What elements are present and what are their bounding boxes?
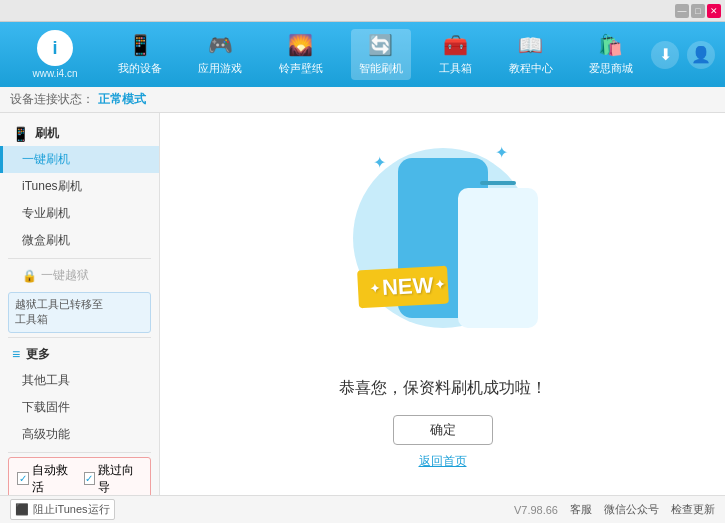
sidebar-divider-2	[8, 337, 151, 338]
phone-illustration: ✦ ✦ ✦ ✦ NEW ✦	[343, 138, 543, 358]
download-button[interactable]: ⬇	[651, 41, 679, 69]
nav-tutorials-label: 教程中心	[509, 61, 553, 76]
new-text: NEW	[381, 272, 434, 301]
title-bar: — □ ✕	[0, 0, 725, 22]
nav-smart-flash[interactable]: 🔄 智能刷机	[351, 29, 411, 80]
window-controls: — □ ✕	[675, 4, 721, 18]
sidebar-other-tools[interactable]: 其他工具	[0, 367, 159, 394]
sparkle-icon-1: ✦	[373, 153, 386, 172]
skip-wizard-label: 跳过向导	[98, 462, 142, 495]
sidebar-divider-1	[8, 258, 151, 259]
auto-rescue-checkbox[interactable]: ✓ 自动救活	[17, 462, 76, 495]
more-section-label: 更多	[26, 346, 50, 363]
logo: i www.i4.cn	[10, 30, 100, 79]
apps-icon: 🎮	[208, 33, 233, 57]
nav-mall-label: 爱思商城	[589, 61, 633, 76]
sidebar-itunes-flash[interactable]: iTunes刷机	[0, 173, 159, 200]
confirm-button[interactable]: 确定	[393, 415, 493, 445]
status-bar: 设备连接状态： 正常模式	[0, 87, 725, 113]
logo-text: www.i4.cn	[32, 68, 77, 79]
new-star-left: ✦	[369, 281, 380, 296]
sidebar-advanced[interactable]: 高级功能	[0, 421, 159, 448]
new-badge: ✦ NEW ✦	[358, 268, 448, 318]
mall-icon: 🛍️	[598, 33, 623, 57]
sidebar-one-click-flash[interactable]: 一键刷机	[0, 146, 159, 173]
nav-bar: i www.i4.cn 📱 我的设备 🎮 应用游戏 🌄 铃声壁纸 🔄 智能刷机 …	[0, 22, 725, 87]
logo-circle: i	[37, 30, 73, 66]
nav-toolbox-label: 工具箱	[439, 61, 472, 76]
auto-rescue-label: 自动救活	[32, 462, 76, 495]
jailbreak-info-box: 越狱工具已转移至工具箱	[8, 292, 151, 333]
nav-smart-flash-label: 智能刷机	[359, 61, 403, 76]
sidebar-dual-flash[interactable]: 微盒刷机	[0, 227, 159, 254]
nav-my-device[interactable]: 📱 我的设备	[110, 29, 170, 80]
bottom-left: ⬛ 阻止iTunes运行	[10, 499, 514, 520]
check-update-link[interactable]: 检查更新	[671, 502, 715, 517]
content-area: ✦ ✦ ✦ ✦ NEW ✦ 恭喜您，保资料刷机成功啦！ 确定 返回首页	[160, 113, 725, 495]
jailbreak-label: 一键越狱	[41, 267, 89, 284]
success-message: 恭喜您，保资料刷机成功啦！	[339, 378, 547, 399]
phone-screen	[458, 188, 538, 328]
new-star-right: ✦	[434, 278, 445, 293]
account-button[interactable]: 👤	[687, 41, 715, 69]
logo-symbol: i	[52, 38, 57, 59]
nav-my-device-label: 我的设备	[118, 61, 162, 76]
close-button[interactable]: ✕	[707, 4, 721, 18]
skip-wizard-check-icon: ✓	[84, 472, 96, 485]
nav-wallpaper-label: 铃声壁纸	[279, 61, 323, 76]
flash-section-icon: 📱	[12, 126, 29, 142]
new-banner: ✦ NEW ✦	[357, 266, 449, 309]
go-back-link[interactable]: 返回首页	[419, 453, 467, 470]
sidebar-download-firmware[interactable]: 下载固件	[0, 394, 159, 421]
tutorials-icon: 📖	[518, 33, 543, 57]
status-label: 设备连接状态：	[10, 91, 94, 108]
nav-apps-label: 应用游戏	[198, 61, 242, 76]
nav-apps[interactable]: 🎮 应用游戏	[190, 29, 250, 80]
nav-wallpaper[interactable]: 🌄 铃声壁纸	[271, 29, 331, 80]
customer-service-link[interactable]: 客服	[570, 502, 592, 517]
bottom-bar: ⬛ 阻止iTunes运行 V7.98.66 客服 微信公众号 检查更新	[0, 495, 725, 523]
nav-right: ⬇ 👤	[651, 41, 715, 69]
sparkle-icon-2: ✦	[495, 143, 508, 162]
lock-icon: 🔒	[22, 269, 37, 283]
maximize-button[interactable]: □	[691, 4, 705, 18]
skip-wizard-checkbox[interactable]: ✓ 跳过向导	[84, 462, 143, 495]
minimize-button[interactable]: —	[675, 4, 689, 18]
more-section-icon: ≡	[12, 346, 20, 362]
smart-flash-icon: 🔄	[368, 33, 393, 57]
nav-tutorials[interactable]: 📖 教程中心	[501, 29, 561, 80]
flash-section-label: 刷机	[35, 125, 59, 142]
sidebar-more-header[interactable]: ≡ 更多	[0, 342, 159, 367]
wechat-public-link[interactable]: 微信公众号	[604, 502, 659, 517]
nav-mall[interactable]: 🛍️ 爱思商城	[581, 29, 641, 80]
sidebar-pro-flash[interactable]: 专业刷机	[0, 200, 159, 227]
nav-toolbox[interactable]: 🧰 工具箱	[431, 29, 480, 80]
phone-speaker	[480, 181, 516, 185]
my-device-icon: 📱	[128, 33, 153, 57]
itunes-stop-label: 阻止iTunes运行	[33, 502, 110, 517]
sidebar-checkboxes: ✓ 自动救活 ✓ 跳过向导	[8, 457, 151, 495]
sidebar: 📱 刷机 一键刷机 iTunes刷机 专业刷机 微盒刷机 🔒 一键越狱 越狱工具…	[0, 113, 160, 495]
wallpaper-icon: 🌄	[288, 33, 313, 57]
itunes-stop-icon: ⬛	[15, 503, 29, 516]
main-layout: 📱 刷机 一键刷机 iTunes刷机 专业刷机 微盒刷机 🔒 一键越狱 越狱工具…	[0, 113, 725, 495]
sidebar-divider-3	[8, 452, 151, 453]
sidebar-jailbreak-header: 🔒 一键越狱	[0, 263, 159, 288]
status-value: 正常模式	[98, 91, 146, 108]
itunes-stop-button[interactable]: ⬛ 阻止iTunes运行	[10, 499, 115, 520]
bottom-right: V7.98.66 客服 微信公众号 检查更新	[514, 502, 715, 517]
nav-items: 📱 我的设备 🎮 应用游戏 🌄 铃声壁纸 🔄 智能刷机 🧰 工具箱 📖 教程中心…	[100, 29, 651, 80]
auto-rescue-check-icon: ✓	[17, 472, 29, 485]
toolbox-icon: 🧰	[443, 33, 468, 57]
sidebar-flash-header[interactable]: 📱 刷机	[0, 121, 159, 146]
version-label: V7.98.66	[514, 504, 558, 516]
